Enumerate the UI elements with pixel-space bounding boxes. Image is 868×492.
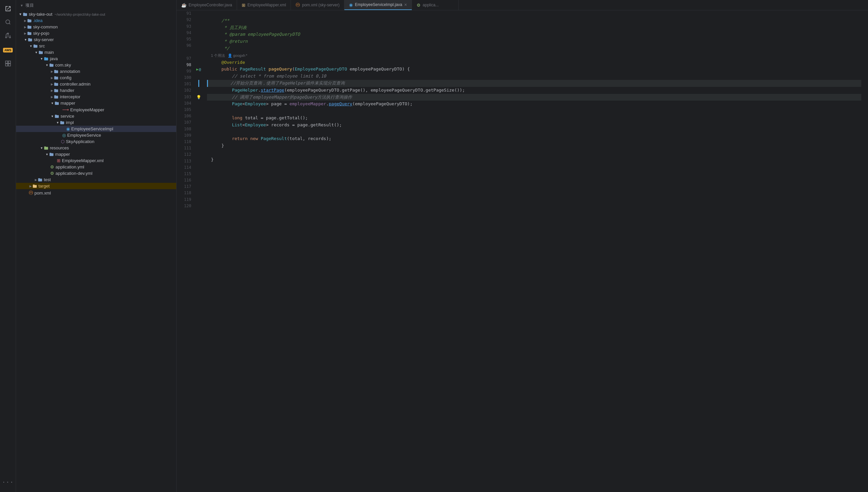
code-line-106: List<Employee> records = page.getResult(… <box>207 122 861 129</box>
tree-employee-service-label: EmployeeService <box>67 133 101 138</box>
tab-bar: ☕ EmployeeController.java ⊞ EmployeeMapp… <box>176 0 868 10</box>
activity-bar-search[interactable] <box>2 16 14 28</box>
ln-114: 114 <box>176 165 191 171</box>
tree-java[interactable]: ▼ java <box>16 55 176 62</box>
chevron-right-icon: ▶ <box>24 32 26 35</box>
tree-handler[interactable]: ▶ handler <box>16 87 176 94</box>
tree-idea[interactable]: ▶ .idea <box>16 17 176 24</box>
tree-sky-common[interactable]: ▶ sky-common <box>16 24 176 30</box>
ln-105: 105 <box>176 107 191 113</box>
tab-application[interactable]: ⚙ applica... <box>412 0 459 10</box>
tree-handler-label: handler <box>60 88 74 93</box>
tab-employee-controller-label: EmployeeController.java <box>189 3 232 7</box>
code-line-99: // select * from employee limit 0,10 <box>207 73 861 80</box>
iface-icon: ◎ <box>62 133 66 138</box>
activity-bar-more[interactable]: ··· <box>2 476 14 488</box>
tree-annotation[interactable]: ▶ annotation <box>16 68 176 75</box>
line-numbers: 91 92 93 94 95 96 · 97 98 99 100 101 102… <box>176 10 194 492</box>
tree-mapper[interactable]: ▼ mapper <box>16 100 176 106</box>
tree-application-dev-yml[interactable]: ⚙ application-dev.yml <box>16 170 176 176</box>
activity-bar-aws[interactable]: AWS <box>2 44 14 56</box>
activity-bar-plugins[interactable] <box>2 57 14 70</box>
tree-employee-mapper-xml[interactable]: ⊞ EmployeeMapper.xml <box>16 157 176 164</box>
code-line-111: } <box>207 156 861 164</box>
tree-src[interactable]: ▼ src <box>16 43 176 49</box>
activity-bar-explorer[interactable] <box>2 3 14 15</box>
tree-impl[interactable]: ▼ impl <box>16 119 176 126</box>
tab-employee-mapper-xml-label: EmployeeMapper.xml <box>247 3 286 7</box>
ln-meta: · <box>176 49 191 55</box>
chevron-down-icon: ▼ <box>51 102 54 105</box>
ln-101: 101 <box>176 81 191 87</box>
code-line-105: long total = page.getTotal(); <box>207 115 861 122</box>
tab-employee-service-impl[interactable]: ◉ EmployeeServiceImpl.java × <box>344 0 412 10</box>
code-line-117 <box>207 198 861 205</box>
tree-target[interactable]: ▶ target <box>16 183 176 189</box>
tree-main-label: main <box>45 50 54 55</box>
tree-application-yml[interactable]: ⚙ application.yml <box>16 164 176 170</box>
code-content[interactable]: /** * 员工列表 * @param employeePageQueryDTO… <box>204 10 868 492</box>
code-line-102: // 调用了employeeMapper的pageQuery方法执行查询操作 <box>207 94 861 101</box>
ln-91: 91 <box>176 10 191 17</box>
code-line-116 <box>207 191 861 198</box>
tree-employee-mapper-xml-label: EmployeeMapper.xml <box>62 158 104 163</box>
bulb-icon[interactable]: 💡 <box>196 95 201 100</box>
ln-115: 115 <box>176 171 191 177</box>
tree-employee-service-impl[interactable]: ◉ EmployeeServiceImpl <box>16 126 176 132</box>
code-line-120 <box>207 219 861 226</box>
tree-resources-label: resources <box>50 145 69 150</box>
ln-110: 110 <box>176 139 191 145</box>
chevron-right-icon: ▶ <box>51 76 53 79</box>
chevron-down-icon: ▼ <box>46 64 48 67</box>
tree-com-sky-label: com.sky <box>55 63 71 68</box>
sidebar-title: 项目 <box>25 3 34 8</box>
chevron-down-icon: ▼ <box>19 13 22 16</box>
class-icon: ⬡ <box>61 139 65 144</box>
tab-pom-xml[interactable]: ⓜ pom.xml (sky-server) <box>291 0 344 10</box>
tree-test[interactable]: ▶ test <box>16 176 176 183</box>
debug-icon[interactable]: @ <box>199 67 201 72</box>
ln-97: 97 <box>176 55 191 62</box>
tree-sky-application[interactable]: ⬡ SkyApplication <box>16 139 176 145</box>
activity-bar-git[interactable] <box>2 29 14 42</box>
code-editor[interactable]: 91 92 93 94 95 96 · 97 98 99 100 101 102… <box>176 10 868 492</box>
tree-service[interactable]: ▼ service <box>16 113 176 119</box>
ln-108: 108 <box>176 126 191 132</box>
run-icon[interactable]: ▶ <box>196 67 199 72</box>
tree-interceptor[interactable]: ▶ interceptor <box>16 94 176 100</box>
tree-resources-mapper[interactable]: ▼ mapper <box>16 151 176 157</box>
sidebar: ▼ 项目 ▼ sky-take-out ~/work/sky-project/s… <box>16 0 176 492</box>
ln-99: 99 <box>176 68 191 75</box>
tree-employee-service[interactable]: ◎ EmployeeService <box>16 132 176 139</box>
tree-interceptor-label: interceptor <box>60 94 80 99</box>
ln-96: 96 <box>176 43 191 49</box>
tree-com-sky[interactable]: ▼ com.sky <box>16 62 176 68</box>
tree-root[interactable]: ▼ sky-take-out ~/work/sky-project/sky-ta… <box>16 11 176 17</box>
ln-100: 100 <box>176 75 191 81</box>
yaml-icon: ⚙ <box>50 165 54 169</box>
tree-sky-pojo[interactable]: ▶ sky-pojo <box>16 30 176 36</box>
tree-sky-server[interactable]: ▼ sky-server <box>16 36 176 43</box>
tree-java-label: java <box>50 56 58 61</box>
tree-employee-mapper[interactable]: ⟶ EmployeeMapper <box>16 106 176 113</box>
tree-employee-mapper-label: EmployeeMapper <box>70 107 104 112</box>
tab-close-button[interactable]: × <box>404 2 407 7</box>
ln-93: 93 <box>176 23 191 29</box>
code-line-91 <box>207 10 861 17</box>
tree-resources[interactable]: ▼ resources <box>16 145 176 151</box>
activity-bar: AWS ··· <box>0 0 16 492</box>
code-line-95: * @return <box>207 38 861 45</box>
chevron-right-icon: ▶ <box>51 82 53 86</box>
tree-main[interactable]: ▼ main <box>16 49 176 55</box>
tree-pom-xml[interactable]: ⓜ pom.xml <box>16 189 176 197</box>
ln-92: 92 <box>176 17 191 23</box>
tab-employee-controller[interactable]: ☕ EmployeeController.java <box>176 0 237 10</box>
tab-employee-mapper-xml[interactable]: ⊞ EmployeeMapper.xml <box>237 0 291 10</box>
tree-controller-admin[interactable]: ▶ controller.admin <box>16 81 176 87</box>
usage-count: 1 个用法 <box>211 52 225 59</box>
java-tab-icon: ☕ <box>181 3 187 8</box>
code-line-109: } <box>207 142 861 149</box>
sidebar-header: ▼ 项目 <box>16 0 176 11</box>
tree-config[interactable]: ▶ config <box>16 75 176 81</box>
ln-94: 94 <box>176 30 191 36</box>
